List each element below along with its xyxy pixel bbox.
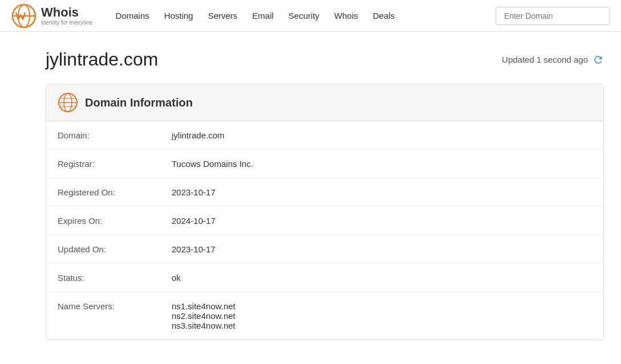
- nav-deals[interactable]: Deals: [367, 7, 400, 24]
- row-value: ns1.site4now.netns2.site4now.netns3.site…: [160, 292, 603, 340]
- refresh-icon[interactable]: [592, 54, 604, 66]
- nav-security[interactable]: Security: [283, 7, 325, 24]
- row-label: Domain:: [46, 121, 160, 150]
- nav-email[interactable]: Email: [246, 7, 279, 24]
- row-value: 2024-10-17: [160, 207, 603, 235]
- card-title: Domain Information: [85, 96, 193, 109]
- domain-title: jylintrade.com: [46, 49, 158, 70]
- table-row: Updated On:2023-10-17: [46, 235, 603, 264]
- table-row: Registrar:Tucows Domains Inc.: [46, 150, 603, 178]
- row-label: Name Servers:: [46, 292, 160, 340]
- row-value: jylintrade.com: [160, 121, 603, 150]
- domain-header: jylintrade.com Updated 1 second ago: [46, 49, 604, 70]
- domain-search-input[interactable]: [496, 7, 610, 25]
- nav-domains[interactable]: Domains: [110, 7, 155, 24]
- nav-whois[interactable]: Whois: [328, 7, 364, 24]
- updated-label: Updated 1 second ago: [502, 55, 588, 64]
- logo-name: Whois: [41, 6, 93, 19]
- table-row: Registered On:2023-10-17: [46, 178, 603, 207]
- row-label: Expires On:: [46, 207, 160, 235]
- row-label: Registrar:: [46, 150, 160, 178]
- domain-info-table: Domain:jylintrade.comRegistrar:Tucows Do…: [46, 121, 603, 340]
- logo-icon: [11, 3, 36, 28]
- updated-status: Updated 1 second ago: [502, 54, 604, 66]
- nav-hosting[interactable]: Hosting: [159, 7, 199, 24]
- row-value: ok: [160, 264, 603, 292]
- row-value: Tucows Domains Inc.: [160, 150, 603, 178]
- navbar: Whois Identity for everyone Domains Host…: [0, 0, 621, 32]
- row-value: 2023-10-17: [160, 178, 603, 207]
- logo[interactable]: Whois Identity for everyone: [11, 3, 93, 28]
- row-value: 2023-10-17: [160, 235, 603, 264]
- row-label: Status:: [46, 264, 160, 292]
- logo-tagline: Identity for everyone: [41, 19, 93, 26]
- table-row: Name Servers:ns1.site4now.netns2.site4no…: [46, 292, 603, 340]
- table-row: Domain:jylintrade.com: [46, 121, 603, 150]
- row-label: Registered On:: [46, 178, 160, 207]
- nav-servers[interactable]: Servers: [202, 7, 243, 24]
- main-content: jylintrade.com Updated 1 second ago Doma…: [0, 32, 621, 364]
- table-row: Expires On:2024-10-17: [46, 207, 603, 235]
- row-label: Updated On:: [46, 235, 160, 264]
- www-globe-icon: [58, 92, 78, 113]
- nav-links: Domains Hosting Servers Email Security W…: [110, 7, 496, 24]
- domain-info-card: Domain Information Domain:jylintrade.com…: [46, 84, 604, 340]
- table-row: Status:ok: [46, 264, 603, 292]
- card-header: Domain Information: [46, 84, 603, 121]
